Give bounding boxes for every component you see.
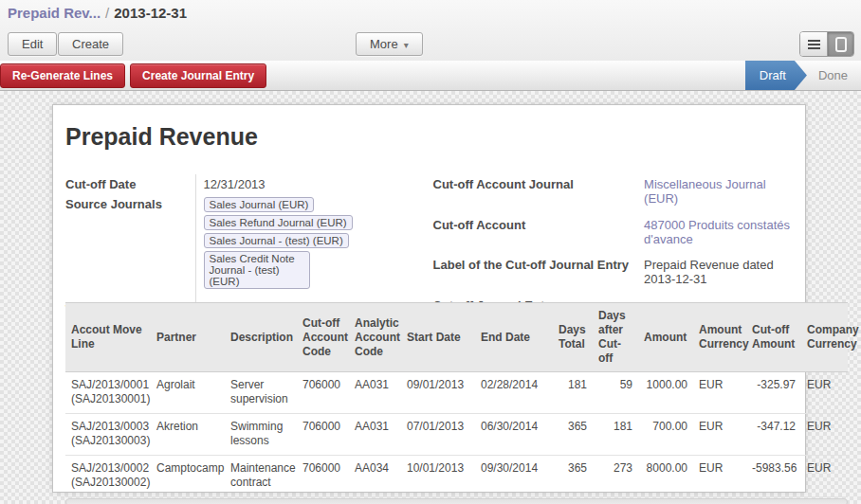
top-bar: Prepaid Rev.../2013-12-31 Edit Create Mo… (0, 0, 861, 61)
cell-end-date: 06/30/2014 (475, 414, 553, 456)
cell-amount-currency: EUR (693, 372, 746, 414)
cell-start-date: 09/01/2013 (401, 372, 475, 414)
col-header-cutoff-amount: Cut-off Amount (746, 303, 801, 372)
cell-cutoff-amount: -5983.56 (746, 456, 801, 497)
col-header-partner: Partner (151, 303, 225, 372)
table-row[interactable]: SAJ/2013/0003 (SAJ20130003) Akretion Swi… (65, 414, 848, 456)
lines-table-wrap: Accout Move Line Partner Description Cut… (65, 302, 848, 504)
create-button[interactable]: Create (58, 32, 123, 56)
col-header-company-currency: Company Currency (801, 303, 848, 372)
field-cutoff-date: Cut-off Date 12/31/2013 (65, 174, 433, 194)
table-row[interactable]: SAJ/2013/0001 (SAJ20130001) Agrolait Ser… (65, 372, 848, 414)
field-grid: Cut-off Date 12/31/2013 Source Journals … (65, 174, 805, 319)
cell-days-total: 181 (553, 372, 593, 414)
breadcrumb-separator: / (101, 5, 114, 21)
journal-tag: Sales Journal - (test) (EUR) (204, 233, 349, 248)
regenerate-lines-button[interactable]: Re-Generate Lines (0, 63, 125, 88)
form-icon (835, 37, 847, 52)
page-title: Prepaid Revenue (65, 123, 805, 151)
edit-button[interactable]: Edit (8, 32, 57, 56)
cell-company-currency: EUR (801, 456, 848, 497)
cell-amount-currency: EUR (693, 414, 746, 456)
breadcrumb-current: 2013-12-31 (114, 5, 187, 21)
journal-tag: Sales Journal (EUR) (204, 197, 315, 212)
cell-partner: Akretion (151, 414, 225, 456)
cell-move-line: SAJ/2013/0003 (SAJ20130003) (65, 414, 151, 456)
field-source-journals: Source Journals Sales Journal (EUR)Sales… (65, 194, 433, 299)
field-cutoff-account-journal: Cut-off Account Journal Miscellaneous Jo… (433, 174, 797, 215)
col-header-start-date: Start Date (401, 303, 475, 372)
status-state-done: Done (807, 68, 861, 82)
cell-description: Server supervision (225, 372, 297, 414)
col-header-days-after-cutoff: Days after Cut-off (593, 303, 638, 372)
cell-amount: 1000.00 (638, 372, 693, 414)
field-group-left: Cut-off Date 12/31/2013 Source Journals … (65, 174, 433, 319)
form-sheet: Prepaid Revenue Cut-off Date 12/31/2013 … (52, 104, 806, 493)
cell-account-code: 706000 (297, 456, 349, 497)
cell-days-total: 365 (553, 414, 593, 456)
cell-partner: Agrolait (151, 372, 225, 414)
more-button[interactable]: More▾ (356, 32, 423, 56)
cell-end-date: 09/30/2014 (475, 456, 553, 497)
view-switcher (799, 31, 854, 57)
more-button-label: More (370, 37, 398, 51)
cell-days-total: 365 (553, 456, 593, 497)
field-cutoff-account: Cut-off Account 487000 Produits constaté… (433, 215, 797, 256)
cutoff-account-link[interactable]: 487000 Produits constatés d'avance (644, 218, 790, 246)
form-view-button[interactable] (827, 32, 853, 56)
cell-amount-currency: EUR (693, 456, 746, 497)
cutoff-date-label: Cut-off Date (65, 174, 196, 194)
horizontal-scrollbar[interactable] (65, 498, 848, 504)
list-icon (808, 40, 820, 49)
cutoff-account-journal-label: Cut-off Account Journal (433, 174, 637, 215)
field-journal-entry-label: Label of the Cut-off Journal Entry Prepa… (433, 255, 797, 296)
cell-end-date: 02/28/2014 (475, 372, 553, 414)
cell-company-currency: EUR (801, 372, 848, 414)
cell-analytic-code: AA031 (349, 414, 401, 456)
col-header-days-total: Days Total (553, 303, 593, 372)
source-journals-label: Source Journals (65, 194, 196, 299)
cell-days-after-cutoff: 59 (593, 372, 638, 414)
table-row[interactable]: SAJ/2013/0002 (SAJ20130002) Camptocamp M… (65, 456, 848, 497)
cutoff-account-journal-link[interactable]: Miscellaneous Journal (EUR) (644, 177, 766, 206)
cell-description: Swimming lessons (225, 414, 297, 456)
status-widget: Draft Done (745, 61, 861, 90)
journal-tag: Sales Refund Journal (EUR) (204, 215, 353, 230)
list-view-button[interactable] (800, 32, 827, 56)
cutoff-date-value: 12/31/2013 (196, 174, 433, 194)
cell-cutoff-amount: -325.97 (746, 372, 801, 414)
cell-description: Maintenance contract (225, 456, 297, 497)
col-header-cutoff-account-code: Cut-off Account Code (297, 303, 349, 372)
col-header-amount: Amount (638, 303, 693, 372)
cell-amount: 700.00 (638, 414, 693, 456)
status-state-draft: Draft (745, 61, 807, 90)
cell-partner: Camptocamp (151, 456, 225, 497)
breadcrumb-parent-link[interactable]: Prepaid Rev... (8, 5, 101, 21)
cell-days-after-cutoff: 181 (593, 414, 638, 456)
action-buttons: Re-Generate Lines Create Journal Entry (0, 61, 271, 90)
source-journals-tags: Sales Journal (EUR)Sales Refund Journal … (204, 197, 433, 297)
journal-tag: Sales Credit Note Journal - (test) (EUR) (204, 251, 310, 289)
col-header-description: Description (225, 303, 297, 372)
journal-entry-label-label: Label of the Cut-off Journal Entry (433, 255, 637, 296)
chevron-down-icon: ▾ (404, 40, 409, 50)
cell-analytic-code: AA034 (349, 456, 401, 497)
status-action-bar: Re-Generate Lines Create Journal Entry D… (0, 61, 861, 91)
cell-company-currency: EUR (801, 414, 848, 456)
cutoff-lines-table: Accout Move Line Partner Description Cut… (65, 302, 848, 497)
table-header-row: Accout Move Line Partner Description Cut… (65, 303, 848, 372)
cell-analytic-code: AA031 (349, 372, 401, 414)
cell-days-after-cutoff: 273 (593, 456, 638, 497)
cell-start-date: 10/01/2013 (401, 456, 475, 497)
cell-account-code: 706000 (297, 372, 349, 414)
col-header-analytic-account-code: Analytic Account Code (349, 303, 401, 372)
cell-cutoff-amount: -347.12 (746, 414, 801, 456)
cell-move-line: SAJ/2013/0002 (SAJ20130002) (65, 456, 151, 497)
journal-entry-label-value: Prepaid Revenue dated 2013-12-31 (636, 255, 796, 296)
col-header-end-date: End Date (475, 303, 553, 372)
cell-move-line: SAJ/2013/0001 (SAJ20130001) (65, 372, 151, 414)
cell-start-date: 07/01/2013 (401, 414, 475, 456)
create-journal-entry-button[interactable]: Create Journal Entry (130, 63, 266, 88)
cell-amount: 8000.00 (638, 456, 693, 497)
cell-account-code: 706000 (297, 414, 349, 456)
